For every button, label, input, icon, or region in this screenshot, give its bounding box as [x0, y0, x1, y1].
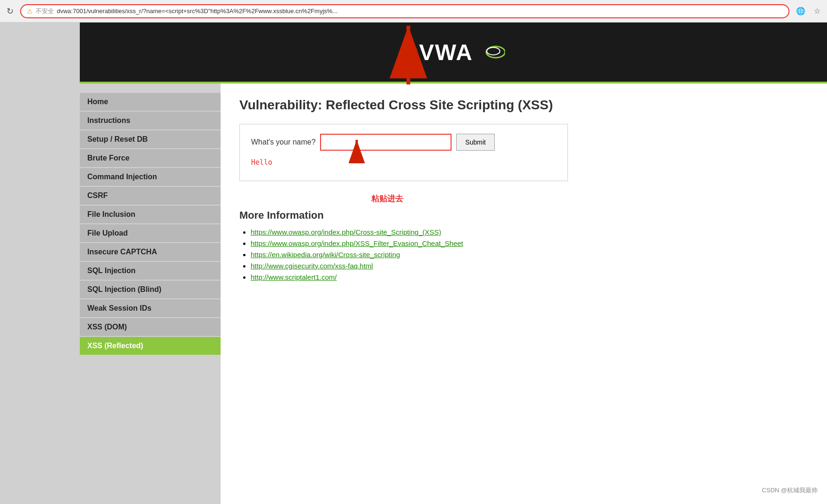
bookmark-button[interactable]: ☆	[812, 6, 822, 16]
name-input[interactable]	[320, 134, 452, 151]
sidebar-item-xss-dom[interactable]: XSS (DOM)	[80, 318, 221, 336]
page-title: Vulnerability: Reflected Cross Site Scri…	[239, 98, 808, 113]
logo-text: DVWA	[402, 39, 473, 65]
sidebar-item-xss-reflected[interactable]: XSS (Reflected)	[80, 337, 221, 355]
hello-text: Hello	[251, 158, 556, 167]
more-info-link[interactable]: https://en.wikipedia.org/wiki/Cross-site…	[251, 251, 400, 259]
more-info-link[interactable]: https://www.owasp.org/index.php/XSS_Filt…	[251, 239, 463, 247]
more-info-title: More Information	[239, 209, 808, 221]
address-bar[interactable]: ⚠ 不安全 dvwa:7001/vulnerabilities/xss_r/?n…	[20, 4, 789, 18]
refresh-button[interactable]: ↻	[5, 4, 15, 18]
sidebar-item-command-injection[interactable]: Command Injection	[80, 168, 221, 186]
sidebar-item-brute-force[interactable]: Brute Force	[80, 149, 221, 167]
list-item: http://www.cgisecurity.com/xss-faq.html	[251, 262, 808, 270]
site-header: DVWA	[80, 23, 827, 84]
submit-button[interactable]: Submit	[456, 134, 495, 151]
more-info-link[interactable]: http://www.cgisecurity.com/xss-faq.html	[251, 262, 373, 270]
translate-button[interactable]: 🌐	[794, 6, 807, 16]
warning-icon: ⚠	[27, 8, 33, 15]
browser-bar: ↻ ⚠ 不安全 dvwa:7001/vulnerabilities/xss_r/…	[0, 0, 827, 23]
address-text: dvwa:7001/vulnerabilities/xss_r/?name=<s…	[57, 8, 783, 15]
sidebar-item-csrf[interactable]: CSRF	[80, 187, 221, 205]
more-info-link[interactable]: https://www.owasp.org/index.php/Cross-si…	[251, 228, 441, 236]
dvwa-logo: DVWA	[402, 39, 505, 65]
list-item: https://en.wikipedia.org/wiki/Cross-site…	[251, 251, 808, 259]
insecure-label: 不安全	[36, 7, 54, 15]
form-label: What's your name?	[251, 138, 315, 146]
page-container: DVWA HomeInstructionsSetup / Reset DBBru…	[0, 23, 827, 504]
more-info-link[interactable]: http://www.scriptalert1.com/	[251, 273, 337, 281]
form-box: What's your name? Submit Hello 粘贴进去	[239, 124, 568, 181]
list-item: http://www.scriptalert1.com/	[251, 273, 808, 282]
form-row: What's your name? Submit	[251, 134, 556, 151]
sidebar-item-sql-injection[interactable]: SQL Injection	[80, 262, 221, 280]
logo-swoosh	[477, 43, 505, 61]
more-info-list: https://www.owasp.org/index.php/Cross-si…	[239, 228, 808, 282]
sidebar-item-insecure-captcha[interactable]: Insecure CAPTCHA	[80, 243, 221, 261]
more-info-section: More Information https://www.owasp.org/i…	[239, 209, 808, 282]
list-item: https://www.owasp.org/index.php/Cross-si…	[251, 228, 808, 237]
svg-point-1	[487, 47, 500, 55]
sidebar-item-weak-session[interactable]: Weak Session IDs	[80, 299, 221, 317]
sidebar-item-file-upload[interactable]: File Upload	[80, 224, 221, 242]
sidebar-item-setup[interactable]: Setup / Reset DB	[80, 130, 221, 148]
sidebar-item-home[interactable]: Home	[80, 93, 221, 111]
watermark: CSDN @杭城我最帅	[762, 486, 818, 495]
list-item: https://www.owasp.org/index.php/XSS_Filt…	[251, 239, 808, 248]
annotation-text: 粘贴进去	[371, 193, 403, 204]
sidebar-item-instructions[interactable]: Instructions	[80, 112, 221, 130]
main-layout: HomeInstructionsSetup / Reset DBBrute Fo…	[80, 84, 827, 504]
content-area: Vulnerability: Reflected Cross Site Scri…	[221, 84, 827, 504]
sidebar: HomeInstructionsSetup / Reset DBBrute Fo…	[80, 84, 221, 504]
sidebar-item-sql-injection-blind[interactable]: SQL Injection (Blind)	[80, 281, 221, 298]
sidebar-item-file-inclusion[interactable]: File Inclusion	[80, 206, 221, 223]
